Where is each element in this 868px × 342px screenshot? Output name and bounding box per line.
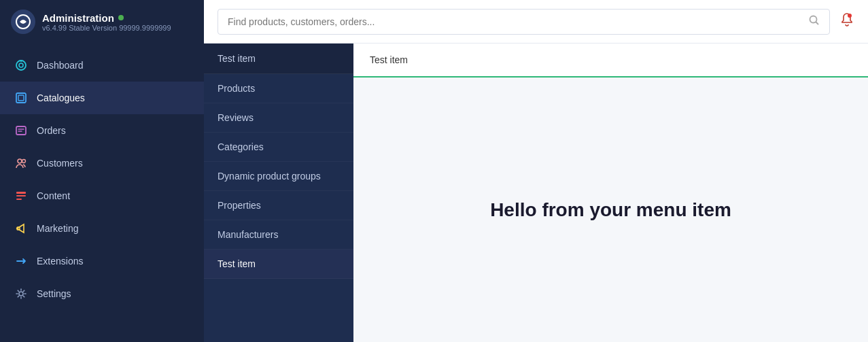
search-input[interactable] — [228, 16, 809, 27]
submenu-item-reviews[interactable]: Reviews — [204, 103, 353, 133]
orders-icon — [14, 123, 29, 138]
svg-rect-4 — [16, 93, 26, 103]
submenu-item-categories[interactable]: Categories — [204, 133, 353, 162]
content-icon — [14, 188, 29, 203]
sidebar-item-content[interactable]: Content — [0, 179, 204, 212]
sidebar-item-marketing-label: Marketing — [37, 223, 78, 234]
sidebar-item-content-label: Content — [37, 190, 70, 201]
submenu-item-reviews-label: Reviews — [218, 112, 254, 123]
sidebar-item-settings-label: Settings — [37, 288, 71, 299]
sidebar-item-orders[interactable]: Orders — [0, 114, 204, 147]
submenu-item-manufacturers[interactable]: Manufacturers — [204, 220, 353, 250]
svg-rect-5 — [18, 95, 24, 101]
svg-point-13 — [19, 292, 23, 296]
page-body: Hello from your menu item — [353, 78, 868, 342]
sidebar-nav: Dashboard Catalogues Orders Customers Co — [0, 44, 204, 342]
submenu-item-categories-label: Categories — [218, 141, 264, 152]
submenu-item-manufacturers-label: Manufacturers — [218, 229, 278, 240]
sidebar-item-dashboard[interactable]: Dashboard — [0, 49, 204, 82]
dashboard-icon — [14, 58, 29, 73]
breadcrumb-text: Test item — [370, 54, 408, 65]
svg-rect-12 — [17, 227, 20, 230]
app-info: Administration v6.4.99 Stable Version 99… — [42, 12, 171, 32]
sidebar-item-dashboard-label: Dashboard — [37, 60, 84, 71]
search-box[interactable] — [218, 9, 830, 35]
search-button[interactable] — [809, 15, 820, 29]
submenu-item-products-label: Products — [218, 83, 255, 94]
welcome-heading: Hello from your menu item — [490, 199, 731, 221]
topbar — [204, 0, 868, 44]
app-version: v6.4.99 Stable Version 99999.9999999 — [42, 24, 171, 32]
submenu-item-products[interactable]: Products — [204, 74, 353, 103]
submenu-header: Test item — [204, 44, 353, 74]
svg-point-15 — [848, 14, 852, 18]
page-content: Test item Hello from your menu item — [353, 44, 868, 342]
submenu-item-test-item[interactable]: Test item — [204, 250, 353, 279]
svg-rect-11 — [16, 199, 22, 200]
sidebar-item-settings[interactable]: Settings — [0, 277, 204, 310]
sidebar-item-orders-label: Orders — [37, 125, 66, 136]
submenu-item-dynamic-product-groups-label: Dynamic product groups — [218, 171, 321, 182]
svg-point-2 — [19, 63, 23, 67]
submenu-item-test-item-label: Test item — [218, 258, 256, 269]
sidebar-item-extensions[interactable]: Extensions — [0, 245, 204, 277]
sidebar-item-customers-label: Customers — [37, 158, 83, 169]
sidebar-header: Administration v6.4.99 Stable Version 99… — [0, 0, 204, 44]
svg-point-8 — [22, 160, 26, 163]
sidebar-item-extensions-label: Extensions — [37, 256, 83, 267]
settings-icon — [14, 286, 29, 301]
extensions-icon — [14, 254, 29, 269]
svg-point-1 — [16, 61, 26, 70]
sidebar: Administration v6.4.99 Stable Version 99… — [0, 0, 204, 342]
app-logo — [11, 10, 35, 34]
customers-icon — [14, 156, 29, 171]
submenu-panel: Test item Products Reviews Categories Dy… — [204, 44, 353, 342]
sidebar-item-catalogues-label: Catalogues — [37, 92, 85, 103]
catalogues-icon — [14, 90, 29, 105]
svg-rect-9 — [16, 192, 26, 194]
sidebar-item-marketing[interactable]: Marketing — [0, 212, 204, 245]
submenu-item-dynamic-product-groups[interactable]: Dynamic product groups — [204, 162, 353, 191]
sidebar-item-customers[interactable]: Customers — [0, 147, 204, 179]
svg-rect-6 — [16, 126, 26, 135]
app-title-text: Administration — [42, 12, 114, 24]
sidebar-item-catalogues[interactable]: Catalogues — [0, 82, 204, 114]
main-area: Test item Products Reviews Categories Dy… — [204, 0, 868, 342]
content-wrapper: Test item Products Reviews Categories Dy… — [204, 44, 868, 342]
submenu-item-properties[interactable]: Properties — [204, 191, 353, 220]
svg-point-7 — [18, 159, 22, 163]
notifications-bell-icon[interactable] — [839, 12, 854, 31]
breadcrumb-bar: Test item — [353, 44, 868, 78]
app-title: Administration — [42, 12, 171, 24]
svg-rect-10 — [16, 195, 26, 196]
online-indicator — [118, 15, 124, 20]
marketing-icon — [14, 221, 29, 236]
submenu-item-properties-label: Properties — [218, 200, 261, 211]
